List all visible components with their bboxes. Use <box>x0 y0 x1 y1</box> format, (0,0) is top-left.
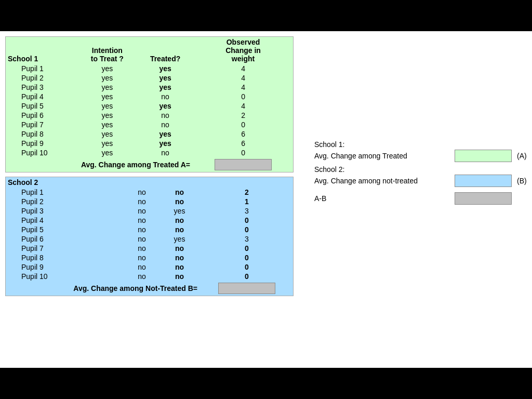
s2-intention: no <box>125 206 158 216</box>
s1-pupil-name: Pupil 6 <box>6 111 77 120</box>
s2-change: 0 <box>201 262 293 272</box>
s2-pupil-name: Pupil 2 <box>6 197 125 206</box>
school2-legend-row: Avg. Change among not-treated (B) <box>314 175 527 187</box>
s1-pupil-name: Pupil 9 <box>6 139 77 148</box>
school1-row-8: Pupil 8 yes yes 6 <box>6 129 293 139</box>
school1-col-change: ObservedChange inweight <box>193 37 293 64</box>
school2-header-row: School 2 <box>6 177 293 188</box>
s1-intention: yes <box>77 73 138 83</box>
school2-avg-row: Avg. Change among Not-Treated B= <box>6 281 293 296</box>
s2-treated: no <box>158 188 201 197</box>
s2-treated: no <box>158 225 201 234</box>
s2-pupil-name: Pupil 6 <box>6 234 125 244</box>
s2-change: 1 <box>201 197 293 206</box>
s1-change: 6 <box>193 139 293 148</box>
s2-treated: no <box>158 272 201 281</box>
school2-avg-box-cell <box>201 281 293 296</box>
school1-avg-box <box>215 159 272 170</box>
school2-row-10: Pupil 10 no no 0 <box>6 272 293 281</box>
school2-row-4: Pupil 4 no no 0 <box>6 216 293 225</box>
school1-avg-row: Avg. Change among Treated A= <box>6 157 293 172</box>
ab-row: A-B <box>314 192 527 205</box>
s2-intention: no <box>125 253 158 262</box>
school1-row-7: Pupil 7 yes no 0 <box>6 120 293 129</box>
s1-pupil-name: Pupil 1 <box>6 64 77 73</box>
s2-treated: no <box>158 244 201 253</box>
school2-legend-box <box>455 175 512 187</box>
s2-change: 3 <box>201 206 293 216</box>
s2-pupil-name: Pupil 3 <box>6 206 125 216</box>
s1-treated: no <box>137 120 193 129</box>
s2-change: 0 <box>201 244 293 253</box>
school1-avg-box-cell <box>193 157 293 172</box>
school1-legend-box <box>455 150 512 162</box>
s1-pupil-name: Pupil 10 <box>6 148 77 157</box>
s2-intention: no <box>125 272 158 281</box>
s1-intention: yes <box>77 92 138 101</box>
school1-row-9: Pupil 9 yes yes 6 <box>6 139 293 148</box>
s1-treated: no <box>137 148 193 157</box>
s1-pupil-name: Pupil 7 <box>6 120 77 129</box>
s2-pupil-name: Pupil 7 <box>6 244 125 253</box>
school2-row-8: Pupil 8 no no 0 <box>6 253 293 262</box>
s2-pupil-name: Pupil 8 <box>6 253 125 262</box>
school2-row-2: Pupil 2 no no 1 <box>6 197 293 206</box>
s1-intention: yes <box>77 101 138 111</box>
school1-row-1: Pupil 1 yes yes 4 <box>6 64 293 73</box>
s2-treated: no <box>158 262 201 272</box>
school1-table: School 1 Intentionto Treat ? Treated? Ob… <box>5 36 294 172</box>
s1-pupil-name: Pupil 2 <box>6 73 77 83</box>
s2-treated: yes <box>158 234 201 244</box>
school1-legend-label1: School 1: <box>314 140 527 149</box>
s2-change: 3 <box>201 234 293 244</box>
s1-intention: yes <box>77 129 138 139</box>
s1-treated: yes <box>137 64 193 73</box>
top-black-bar <box>0 0 532 31</box>
school2-row-6: Pupil 6 no yes 3 <box>6 234 293 244</box>
s2-pupil-name: Pupil 1 <box>6 188 125 197</box>
s2-treated: no <box>158 216 201 225</box>
s1-intention: yes <box>77 111 138 120</box>
s1-change: 0 <box>193 92 293 101</box>
s1-pupil-name: Pupil 3 <box>6 83 77 92</box>
s2-pupil-name: Pupil 10 <box>6 272 125 281</box>
s2-pupil-name: Pupil 5 <box>6 225 125 234</box>
s1-change: 2 <box>193 111 293 120</box>
s2-change: 0 <box>201 225 293 234</box>
s1-treated: no <box>137 92 193 101</box>
s1-change: 4 <box>193 101 293 111</box>
s1-change: 0 <box>193 120 293 129</box>
school2-row-9: Pupil 9 no no 0 <box>6 262 293 272</box>
s1-intention: yes <box>77 83 138 92</box>
s1-intention: yes <box>77 139 138 148</box>
s2-intention: no <box>125 188 158 197</box>
school2-row-7: Pupil 7 no no 0 <box>6 244 293 253</box>
s2-intention: no <box>125 234 158 244</box>
ab-box <box>455 192 512 205</box>
s1-treated: yes <box>137 83 193 92</box>
s2-pupil-name: Pupil 4 <box>6 216 125 225</box>
s2-intention: no <box>125 225 158 234</box>
s2-treated: yes <box>158 206 201 216</box>
s1-treated: yes <box>137 73 193 83</box>
s1-pupil-name: Pupil 5 <box>6 101 77 111</box>
school1-legend-letter: (A) <box>517 152 527 160</box>
school2-row-5: Pupil 5 no no 0 <box>6 225 293 234</box>
right-panel: School 1: Avg. Change among Treated (A) … <box>304 36 527 296</box>
school2-avg-label: Avg. Change among Not-Treated B= <box>6 281 201 296</box>
s2-treated: no <box>158 253 201 262</box>
s1-change: 0 <box>193 148 293 157</box>
school1-legend-row: Avg. Change among Treated (A) <box>314 150 527 162</box>
school1-col-intention: Intentionto Treat ? <box>77 37 138 64</box>
s2-intention: no <box>125 244 158 253</box>
school1-name: School 1 <box>6 37 77 64</box>
s1-change: 6 <box>193 129 293 139</box>
s1-intention: yes <box>77 64 138 73</box>
school1-row-3: Pupil 3 yes yes 4 <box>6 83 293 92</box>
school1-header-row: School 1 Intentionto Treat ? Treated? Ob… <box>6 37 293 64</box>
school1-col-treated: Treated? <box>137 37 193 64</box>
school1-row-5: Pupil 5 yes yes 4 <box>6 101 293 111</box>
s1-intention: yes <box>77 120 138 129</box>
school2-legend-label1: School 2: <box>314 165 527 174</box>
school1-row-2: Pupil 2 yes yes 4 <box>6 73 293 83</box>
